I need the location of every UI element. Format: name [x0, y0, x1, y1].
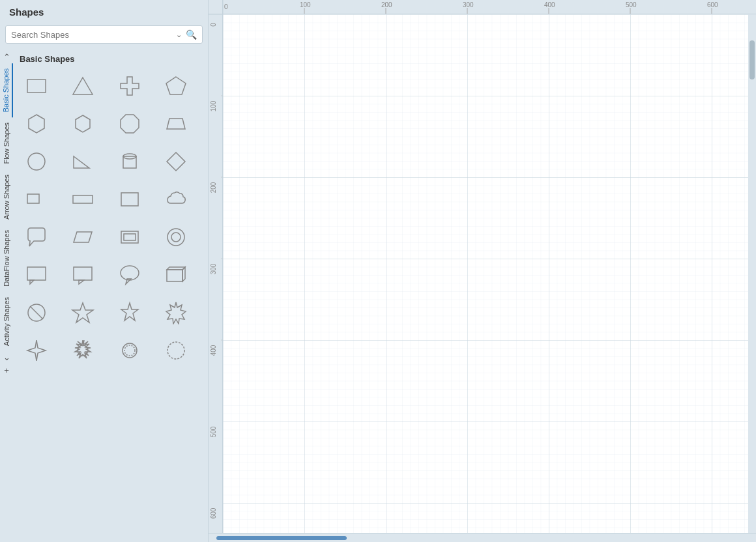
collapse-up-button[interactable]: ⌃: [0, 50, 13, 63]
shape-hexagon-small[interactable]: [20, 107, 53, 141]
shape-pentagon[interactable]: [159, 69, 193, 103]
shape-wide-rect[interactable]: [66, 182, 100, 216]
search-icon[interactable]: 🔍: [186, 29, 197, 40]
tab-basic-shapes[interactable]: Basic Shapes: [0, 63, 13, 117]
shape-cylinder[interactable]: [113, 145, 147, 178]
shape-trapezoid[interactable]: [159, 107, 193, 141]
left-panel: Shapes ⌄ 🔍 ⌃ Basic Shapes Flow Shapes Ar…: [0, 0, 209, 542]
svg-marker-33: [166, 302, 186, 324]
svg-point-39: [167, 342, 184, 359]
shape-triangle[interactable]: [66, 69, 100, 103]
svg-point-19: [171, 233, 181, 242]
svg-rect-17: [124, 234, 136, 240]
svg-marker-6: [167, 119, 185, 129]
shape-star6[interactable]: [113, 296, 147, 330]
svg-marker-4: [76, 115, 90, 132]
svg-text:600: 600: [707, 1, 718, 8]
tab-arrow-shapes[interactable]: Arrow Shapes: [1, 169, 12, 225]
svg-point-7: [28, 153, 45, 170]
svg-text:100: 100: [210, 100, 217, 111]
svg-rect-14: [121, 193, 138, 206]
shape-star4[interactable]: [20, 334, 53, 367]
ruler-left-svg: 0 100 200 300 400 500 600: [209, 14, 223, 533]
search-dropdown-icon[interactable]: ⌄: [176, 31, 182, 39]
tab-activity-shapes[interactable]: Activity Shapes: [1, 292, 12, 351]
canvas-top: 0 100 200 300 400 500 600: [209, 0, 756, 14]
shape-no-symbol[interactable]: [20, 296, 53, 330]
svg-marker-21: [30, 280, 34, 284]
svg-marker-1: [73, 78, 93, 94]
search-bar: ⌄ 🔍: [5, 25, 203, 44]
scrollbar-right-thumb[interactable]: [749, 40, 755, 79]
collapse-down-button[interactable]: ⌄: [0, 351, 13, 364]
shape-ring[interactable]: [159, 334, 193, 367]
shape-sunburst2[interactable]: [113, 334, 147, 367]
shape-circle[interactable]: [20, 145, 53, 178]
shape-star7[interactable]: [159, 296, 193, 330]
svg-rect-20: [27, 267, 46, 280]
shape-cloud[interactable]: [159, 182, 193, 216]
ruler-top: 0 100 200 300 400 500 600: [223, 0, 756, 14]
scrollbar-right[interactable]: [748, 14, 756, 533]
shape-callout-round[interactable]: [113, 258, 147, 292]
svg-marker-31: [72, 303, 93, 322]
svg-point-38: [124, 345, 135, 356]
scrollbar-bottom[interactable]: [209, 533, 756, 542]
panel-title: Shapes: [0, 0, 208, 23]
svg-marker-5: [121, 115, 139, 133]
shape-display[interactable]: [113, 220, 147, 254]
canvas-area: 0 100 200 300 400 500 600: [209, 0, 756, 542]
canvas-grid-svg: [223, 14, 748, 533]
svg-text:300: 300: [463, 1, 474, 8]
shape-sunburst[interactable]: [66, 334, 100, 367]
shape-rectangle[interactable]: [20, 69, 53, 103]
shape-right-triangle[interactable]: [66, 145, 100, 178]
shape-parallelogram[interactable]: [66, 220, 100, 254]
main-container: Shapes ⌄ 🔍 ⌃ Basic Shapes Flow Shapes Ar…: [0, 0, 756, 542]
tab-dataflow-shapes[interactable]: DataFlow Shapes: [1, 225, 12, 292]
shape-bullseye[interactable]: [159, 220, 193, 254]
panel-body: ⌃ Basic Shapes Flow Shapes Arrow Shapes …: [0, 48, 208, 542]
svg-marker-8: [74, 156, 89, 168]
svg-text:400: 400: [544, 1, 555, 8]
scrollbar-bottom-thumb[interactable]: [216, 536, 347, 540]
ruler-left: 0 100 200 300 400 500 600: [209, 14, 223, 533]
svg-marker-28: [167, 267, 185, 270]
shape-diamond[interactable]: [159, 145, 193, 178]
shape-small-rect[interactable]: [20, 182, 53, 216]
svg-marker-15: [74, 232, 92, 242]
canvas-bottom: [209, 533, 756, 542]
shape-box-3d[interactable]: [159, 258, 193, 292]
shape-cross[interactable]: [113, 69, 147, 103]
canvas-main: 0 100 200 300 400 500 600: [209, 14, 756, 533]
shape-callout-speech[interactable]: [66, 258, 100, 292]
svg-rect-26: [167, 270, 182, 281]
svg-text:200: 200: [210, 182, 217, 193]
section-title: Basic Shapes: [17, 50, 204, 68]
canvas-grid[interactable]: [223, 14, 748, 533]
shape-hexagon-medium[interactable]: [66, 107, 100, 141]
svg-point-18: [167, 229, 184, 246]
search-input[interactable]: [11, 30, 176, 40]
svg-text:100: 100: [300, 1, 311, 8]
svg-marker-11: [167, 152, 185, 171]
svg-text:200: 200: [381, 1, 392, 8]
svg-line-30: [30, 306, 43, 319]
svg-text:500: 500: [210, 426, 217, 437]
shape-star5[interactable]: [66, 296, 100, 330]
svg-text:500: 500: [626, 1, 637, 8]
shape-tall-rect[interactable]: [113, 182, 147, 216]
svg-point-24: [121, 266, 139, 280]
svg-text:300: 300: [210, 263, 217, 274]
shape-callout-rect[interactable]: [20, 258, 53, 292]
svg-rect-22: [74, 267, 92, 280]
tab-flow-shapes[interactable]: Flow Shapes: [1, 117, 12, 169]
shape-callout-thought[interactable]: [20, 220, 53, 254]
shape-octagon[interactable]: [113, 107, 147, 141]
svg-marker-2: [166, 77, 186, 94]
ruler-corner: [209, 0, 223, 14]
add-shapes-button[interactable]: +: [0, 364, 13, 377]
svg-text:400: 400: [210, 345, 217, 356]
svg-rect-0: [27, 79, 46, 93]
vertical-tabs: ⌃ Basic Shapes Flow Shapes Arrow Shapes …: [0, 48, 13, 542]
